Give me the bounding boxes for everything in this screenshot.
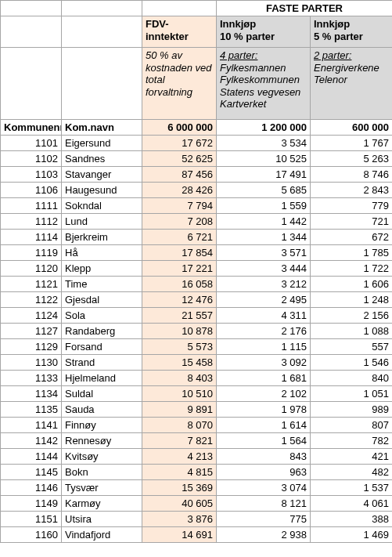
cell-nr: 1129 <box>1 339 62 355</box>
cell-c2: 2 843 <box>311 183 393 198</box>
table-row: 1130Strand15 4583 0921 546 <box>1 355 393 371</box>
cell-c1: 1 564 <box>217 433 311 449</box>
table-row: 1135Sauda9 8911 978989 <box>1 402 393 418</box>
cell-c2: 2 156 <box>311 308 393 324</box>
table-row: 1122Gjesdal12 4762 4951 248 <box>1 292 393 308</box>
cell-c2: 807 <box>311 418 393 433</box>
cell-navn: Sokndal <box>62 198 142 214</box>
cell-nr: 1141 <box>1 418 62 433</box>
cell-fdv: 8 070 <box>142 418 217 433</box>
cell-navn: Strand <box>62 355 142 371</box>
cell-c2: 1 051 <box>311 386 393 402</box>
cell-fdv: 10 878 <box>142 324 217 339</box>
cell-navn: Rennesøy <box>62 433 142 449</box>
cell-nr: 1103 <box>1 167 62 183</box>
cell-fdv: 9 891 <box>142 402 217 418</box>
table-row: 1121Time16 0583 2121 606 <box>1 277 393 292</box>
cell-fdv: 7 794 <box>142 198 217 214</box>
cell-c1: 10 525 <box>217 151 311 167</box>
cell-c2: 1 248 <box>311 292 393 308</box>
cell-nr: 1112 <box>1 214 62 230</box>
table-row: 1142Rennesøy7 8211 564782 <box>1 433 393 449</box>
total-c1: 1 200 000 <box>217 120 311 136</box>
cell-fdv: 28 426 <box>142 183 217 198</box>
cell-nr: 1146 <box>1 480 62 496</box>
innkjop-5-header: Innkjøp5 % parter <box>311 16 393 48</box>
cell-fdv: 15 369 <box>142 480 217 496</box>
header-row-1: FASTE PARTER <box>1 1 393 16</box>
cell-c1: 4 311 <box>217 308 311 324</box>
cell-c2: 1 606 <box>311 277 393 292</box>
cell-c1: 2 938 <box>217 527 311 543</box>
cell-fdv: 17 854 <box>142 245 217 261</box>
cell-nr: 1102 <box>1 151 62 167</box>
cell-c1: 3 212 <box>217 277 311 292</box>
fdv-header: FDV-inntekter <box>142 16 217 48</box>
cell-c1: 1 344 <box>217 230 311 245</box>
cell-c1: 1 442 <box>217 214 311 230</box>
cell-c1: 1 978 <box>217 402 311 418</box>
cell-nr: 1142 <box>1 433 62 449</box>
cell-c1: 843 <box>217 449 311 465</box>
table-row: 1101Eigersund17 6723 5341 767 <box>1 136 393 151</box>
cell-fdv: 16 058 <box>142 277 217 292</box>
cell-c2: 482 <box>311 465 393 480</box>
cell-navn: Lund <box>62 214 142 230</box>
cell-navn: Forsand <box>62 339 142 355</box>
cell-c2: 1 537 <box>311 480 393 496</box>
cell-navn: Haugesund <box>62 183 142 198</box>
table-row: 1129Forsand5 5731 115557 <box>1 339 393 355</box>
cell-c2: 672 <box>311 230 393 245</box>
cell-fdv: 8 403 <box>142 371 217 386</box>
cell-c1: 2 102 <box>217 386 311 402</box>
cell-nr: 1151 <box>1 512 62 527</box>
cell-nr: 1111 <box>1 198 62 214</box>
cell-fdv: 7 821 <box>142 433 217 449</box>
cell-c2: 1 546 <box>311 355 393 371</box>
cell-nr: 1121 <box>1 277 62 292</box>
cell-navn: Vindafjord <box>62 527 142 543</box>
cell-nr: 1149 <box>1 496 62 512</box>
cell-nr: 1145 <box>1 465 62 480</box>
total-fdv: 6 000 000 <box>142 120 217 136</box>
parter-2-body: EnergiverkeneTelenor <box>314 62 379 86</box>
cell-nr: 1144 <box>1 449 62 465</box>
cell-c1: 2 176 <box>217 324 311 339</box>
cell-nr: 1134 <box>1 386 62 402</box>
cell-c2: 1 722 <box>311 261 393 277</box>
table-row: 1111Sokndal7 7941 559779 <box>1 198 393 214</box>
cell-navn: Suldal <box>62 386 142 402</box>
cell-nr: 1106 <box>1 183 62 198</box>
cell-navn: Time <box>62 277 142 292</box>
cell-c2: 8 746 <box>311 167 393 183</box>
table-row: 1146Tysvær15 3693 0741 537 <box>1 480 393 496</box>
blank-cell <box>142 1 217 16</box>
table-row: 1144Kvitsøy4 213843421 <box>1 449 393 465</box>
cell-fdv: 17 672 <box>142 136 217 151</box>
table-row: 1114Bjerkreim6 7211 344672 <box>1 230 393 245</box>
faste-parter-header: FASTE PARTER <box>217 1 393 16</box>
cell-nr: 1160 <box>1 527 62 543</box>
cell-navn: Randaberg <box>62 324 142 339</box>
cell-fdv: 40 605 <box>142 496 217 512</box>
cell-nr: 1124 <box>1 308 62 324</box>
cell-navn: Stavanger <box>62 167 142 183</box>
cell-fdv: 10 510 <box>142 386 217 402</box>
cell-navn: Bokn <box>62 465 142 480</box>
total-c2: 600 000 <box>311 120 393 136</box>
cell-c1: 1 614 <box>217 418 311 433</box>
cell-c1: 3 571 <box>217 245 311 261</box>
cell-fdv: 5 573 <box>142 339 217 355</box>
cell-fdv: 4 213 <box>142 449 217 465</box>
table-row: 1145Bokn4 815963482 <box>1 465 393 480</box>
cell-c2: 421 <box>311 449 393 465</box>
cell-c2: 5 263 <box>311 151 393 167</box>
cell-navn: Sauda <box>62 402 142 418</box>
cell-c2: 557 <box>311 339 393 355</box>
cell-fdv: 12 476 <box>142 292 217 308</box>
cell-c1: 17 491 <box>217 167 311 183</box>
cell-fdv: 3 876 <box>142 512 217 527</box>
blank-cell <box>1 48 62 120</box>
table-row: 1151Utsira3 876775388 <box>1 512 393 527</box>
table-row: 1160Vindafjord14 6912 9381 469 <box>1 527 393 543</box>
